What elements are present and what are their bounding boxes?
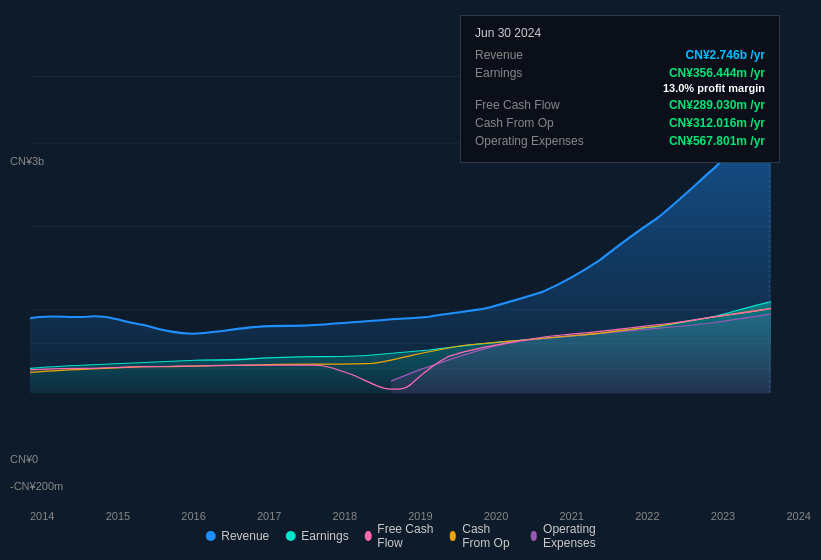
x-label-2021: 2021 — [559, 510, 583, 522]
tooltip-row-earnings: Earnings CN¥356.444m /yr — [475, 66, 765, 80]
tooltip-row-opex: Operating Expenses CN¥567.801m /yr — [475, 134, 765, 148]
cashop-label: Cash From Op — [475, 116, 595, 130]
fcf-dot — [365, 531, 372, 541]
legend: Revenue Earnings Free Cash Flow Cash Fro… — [205, 522, 616, 550]
chart-container: Jun 30 2024 Revenue CN¥2.746b /yr Earnin… — [0, 0, 821, 560]
earnings-label: Earnings — [475, 66, 595, 80]
x-label-2022: 2022 — [635, 510, 659, 522]
earnings-value: CN¥356.444m /yr — [669, 66, 765, 80]
x-label-2020: 2020 — [484, 510, 508, 522]
x-label-2016: 2016 — [181, 510, 205, 522]
opex-dot — [530, 531, 537, 541]
legend-label-fcf: Free Cash Flow — [377, 522, 433, 550]
revenue-label: Revenue — [475, 48, 595, 62]
legend-item-opex[interactable]: Operating Expenses — [530, 522, 615, 550]
tooltip-date: Jun 30 2024 — [475, 26, 765, 40]
legend-label-opex: Operating Expenses — [543, 522, 616, 550]
opex-label: Operating Expenses — [475, 134, 595, 148]
y-axis-neg: -CN¥200m — [10, 480, 63, 492]
cashop-dot — [450, 531, 457, 541]
x-label-2019: 2019 — [408, 510, 432, 522]
x-label-2014: 2014 — [30, 510, 54, 522]
opex-value: CN¥567.801m /yr — [669, 134, 765, 148]
revenue-dot — [205, 531, 215, 541]
legend-item-cashop[interactable]: Cash From Op — [450, 522, 515, 550]
x-label-2018: 2018 — [333, 510, 357, 522]
legend-item-revenue[interactable]: Revenue — [205, 529, 269, 543]
x-label-2015: 2015 — [106, 510, 130, 522]
fcf-label: Free Cash Flow — [475, 98, 595, 112]
legend-item-fcf[interactable]: Free Cash Flow — [365, 522, 434, 550]
tooltip-row-revenue: Revenue CN¥2.746b /yr — [475, 48, 765, 62]
tooltip-row-fcf: Free Cash Flow CN¥289.030m /yr — [475, 98, 765, 112]
x-axis: 2014 2015 2016 2017 2018 2019 2020 2021 … — [30, 510, 811, 522]
revenue-value: CN¥2.746b /yr — [686, 48, 765, 62]
legend-label-revenue: Revenue — [221, 529, 269, 543]
cashop-value: CN¥312.016m /yr — [669, 116, 765, 130]
profit-margin-text: 13.0% profit margin — [663, 82, 765, 94]
tooltip: Jun 30 2024 Revenue CN¥2.746b /yr Earnin… — [460, 15, 780, 163]
profit-margin-row: 13.0% profit margin — [475, 82, 765, 94]
legend-item-earnings[interactable]: Earnings — [285, 529, 348, 543]
legend-label-cashop: Cash From Op — [462, 522, 514, 550]
x-label-2024: 2024 — [786, 510, 810, 522]
x-label-2017: 2017 — [257, 510, 281, 522]
x-label-2023: 2023 — [711, 510, 735, 522]
legend-label-earnings: Earnings — [301, 529, 348, 543]
fcf-value: CN¥289.030m /yr — [669, 98, 765, 112]
earnings-dot — [285, 531, 295, 541]
tooltip-row-cashop: Cash From Op CN¥312.016m /yr — [475, 116, 765, 130]
